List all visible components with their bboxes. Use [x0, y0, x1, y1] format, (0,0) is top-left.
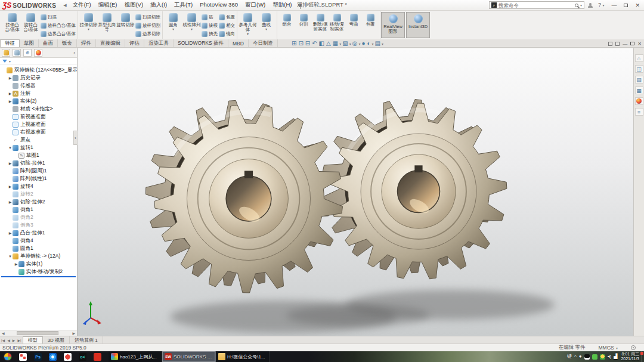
- tree-item[interactable]: ✎草图1: [0, 151, 77, 159]
- ime-icon[interactable]: 键: [567, 354, 572, 360]
- ribbon-button[interactable]: 抽壳: [202, 30, 218, 38]
- tree-item[interactable]: 圆角1: [0, 245, 77, 252]
- pin-icon[interactable]: [299, 4, 302, 7]
- restore-button[interactable]: [622, 2, 630, 8]
- zoom-area-icon[interactable]: ⊡: [298, 40, 304, 47]
- tree-item[interactable]: ▶历史记录: [0, 74, 77, 82]
- expand-arrow-icon[interactable]: ▶: [8, 200, 13, 204]
- tree-filter[interactable]: ▾: [0, 58, 77, 65]
- tabs-expand-icon[interactable]: ›: [73, 50, 75, 55]
- netease-app-taskbar-button[interactable]: [90, 351, 105, 362]
- zoom-window-icon[interactable]: ⊟: [305, 40, 311, 47]
- onedrive-icon[interactable]: ●: [579, 354, 582, 360]
- ribbon-button[interactable]: 拉伸切除▾: [79, 11, 98, 39]
- search-dropdown-icon[interactable]: ▾: [580, 3, 582, 7]
- ribbon-button[interactable]: 异型孔向导: [98, 11, 116, 39]
- tree-item[interactable]: 倒角2: [0, 214, 77, 221]
- ribbon-button[interactable]: 边界凸台/基体: [41, 30, 76, 38]
- pane-right-icon[interactable]: [615, 42, 620, 46]
- ribbon-button[interactable]: 线性阵列▾: [182, 11, 201, 39]
- menu-item[interactable]: 视图(V): [120, 0, 147, 10]
- doc-restore-button[interactable]: [630, 42, 634, 45]
- tree-item[interactable]: 前视基准面: [0, 113, 77, 120]
- security-icon[interactable]: [600, 354, 605, 360]
- options-gear-icon[interactable]: [631, 345, 636, 350]
- tree-item[interactable]: ▶切除-拉伸2: [0, 198, 77, 206]
- tab-SOLIDWORKS 插件[interactable]: SOLIDWORKS 插件: [174, 39, 228, 47]
- photoshop-taskbar-button[interactable]: Ps: [30, 351, 45, 362]
- view-settings-dropdown-icon[interactable]: ▾: [382, 42, 383, 46]
- ribbon-toggle-button[interactable]: RealView 图形: [381, 12, 405, 38]
- volume-icon[interactable]: ◂): [608, 354, 612, 360]
- tree-item[interactable]: 阵列(线性)1: [0, 175, 77, 182]
- ok-app-taskbar-button[interactable]: o<: [75, 351, 90, 362]
- tab-曲面[interactable]: 曲面: [39, 39, 58, 47]
- ribbon-button[interactable]: 曲线▾: [257, 11, 275, 39]
- ribbon-button[interactable]: 移动/复制实体: [329, 11, 345, 39]
- ribbon-button[interactable]: 镜向: [219, 30, 235, 38]
- menu-collapse-icon[interactable]: ◀: [61, 3, 69, 8]
- apply-scene-dropdown-icon[interactable]: ▾: [372, 42, 374, 46]
- tree-item[interactable]: 阵列(圆周)1: [0, 167, 77, 175]
- ribbon-button[interactable]: 相交: [219, 22, 235, 29]
- tab-MBD[interactable]: MBD: [228, 39, 249, 47]
- menu-item[interactable]: 编辑(E): [95, 0, 121, 10]
- ribbon-button[interactable]: 分割: [295, 11, 312, 39]
- doc-minimize-button[interactable]: —: [623, 41, 627, 47]
- tab-渲染工具[interactable]: 渲染工具: [144, 39, 174, 47]
- taskbar-clock[interactable]: 8:01 周三 2021/11/3: [618, 352, 642, 361]
- tree-item[interactable]: ▼单排链轮 -> (12A): [0, 252, 77, 260]
- tree-item[interactable]: 双排链轮 (12A<<05B>_显示状态 1: [0, 66, 77, 74]
- ribbon-button[interactable]: 拉伸凸台/基体: [3, 11, 21, 39]
- tab-今日制造[interactable]: 今日制造: [249, 39, 278, 47]
- tab-直接编辑[interactable]: 直接编辑: [96, 39, 125, 47]
- scroll-left-icon[interactable]: ◀: [1, 331, 6, 335]
- media-app-taskbar-button[interactable]: [60, 351, 75, 362]
- configurationmanager-tab[interactable]: ⊕: [23, 49, 32, 57]
- ribbon-button[interactable]: 扫描切除: [135, 14, 160, 21]
- help-button[interactable]: ? ▾: [596, 2, 606, 8]
- start-button[interactable]: [0, 351, 16, 362]
- expand-arrow-icon[interactable]: ▼: [8, 255, 13, 258]
- menu-item[interactable]: 插入(I): [147, 0, 171, 10]
- search-icon[interactable]: [575, 4, 578, 7]
- section-view-icon[interactable]: ◧: [318, 40, 325, 47]
- ribbon-button[interactable]: 旋转切除: [116, 11, 135, 39]
- ribbon-button[interactable]: 旋转凸台/基体: [21, 11, 40, 39]
- ribbon-button[interactable]: 弯曲: [345, 11, 362, 39]
- tree-item[interactable]: ▼旋转1: [0, 144, 77, 151]
- ribbon-button[interactable]: 放样切割: [135, 22, 160, 29]
- login-icon[interactable]: [588, 3, 593, 8]
- featuremanager-tab[interactable]: [2, 49, 10, 57]
- view-palette-icon[interactable]: ▦: [635, 86, 643, 94]
- doc-tab-模型[interactable]: 模型: [23, 336, 43, 344]
- menu-item[interactable]: 工具(T): [171, 0, 196, 10]
- units-selector[interactable]: MMGS▾: [599, 345, 618, 351]
- tree-item[interactable]: ▶实体(1): [0, 260, 77, 268]
- tree-item[interactable]: 实体-移动/复制2: [0, 268, 77, 276]
- view-orientation-icon[interactable]: ▦: [332, 40, 339, 47]
- view-orientation-dropdown-icon[interactable]: ▾: [339, 42, 341, 46]
- expand-arrow-icon[interactable]: ▶: [8, 231, 13, 235]
- menu-item[interactable]: 文件(F): [69, 0, 95, 10]
- tab-scroll-next-icon[interactable]: ▶: [11, 338, 17, 342]
- custom-properties-icon[interactable]: ≡: [635, 108, 643, 116]
- hide-show-items-icon[interactable]: ◎: [352, 40, 358, 47]
- scrollbar-thumb[interactable]: [17, 331, 58, 335]
- tab-scroll-first-icon[interactable]: |◀: [0, 338, 6, 342]
- expand-arrow-icon[interactable]: ▼: [8, 146, 13, 150]
- pane-left-icon[interactable]: [608, 42, 612, 46]
- display-style-dropdown-icon[interactable]: ▾: [349, 42, 351, 46]
- qq-icon[interactable]: [584, 354, 590, 360]
- tree-item[interactable]: 倒角1: [0, 206, 77, 214]
- view-settings-icon[interactable]: ▤: [374, 40, 381, 47]
- tree-item[interactable]: 传感器: [0, 82, 77, 89]
- tree-item[interactable]: 上视基准面: [0, 120, 77, 128]
- ribbon-button[interactable]: 筋: [202, 14, 218, 21]
- graphics-area[interactable]: [78, 48, 633, 336]
- tab-钣金[interactable]: 钣金: [58, 39, 77, 47]
- ribbon-button[interactable]: 组合: [278, 11, 295, 39]
- display-style-icon[interactable]: ▧: [342, 40, 348, 47]
- menu-item[interactable]: PhotoView 360: [196, 0, 242, 10]
- tab-特征[interactable]: 特征: [0, 39, 20, 47]
